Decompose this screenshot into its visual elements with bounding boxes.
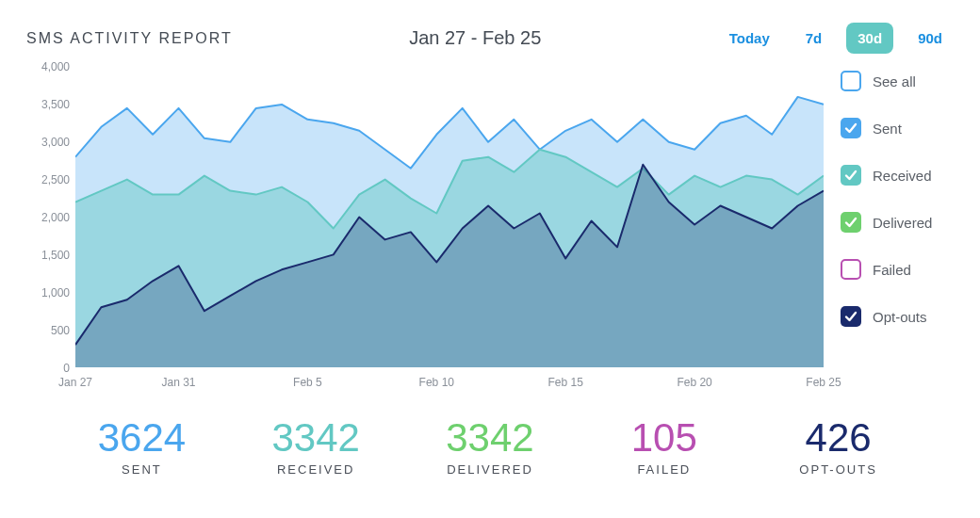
- header-bar: SMS ACTIVITY REPORT Jan 27 - Feb 25 Toda…: [26, 23, 954, 54]
- range-picker: Today7d30d90d: [718, 23, 954, 54]
- y-tick: 2,000: [41, 211, 70, 224]
- legend-item-opt-outs[interactable]: Opt-outs: [841, 306, 954, 327]
- legend-label: Opt-outs: [873, 309, 927, 325]
- stat-sent: 3624SENT: [55, 415, 229, 477]
- x-tick: Jan 31: [162, 376, 196, 389]
- legend-item-received[interactable]: Received: [841, 165, 954, 186]
- x-tick: Feb 5: [293, 376, 322, 389]
- legend-item-sent[interactable]: Sent: [841, 118, 954, 138]
- y-tick: 3,500: [41, 98, 70, 111]
- range-today[interactable]: Today: [718, 23, 781, 54]
- y-tick: 4,000: [41, 60, 70, 73]
- y-tick: 1,500: [41, 249, 70, 262]
- stats-bar: 3624SENT3342RECEIVED3342DELIVERED105FAIL…: [55, 415, 925, 477]
- stat-value: 105: [577, 415, 751, 461]
- x-tick: Feb 20: [677, 376, 711, 389]
- stat-value: 3342: [229, 415, 403, 461]
- stat-label: DELIVERED: [403, 462, 578, 477]
- y-tick: 0: [63, 362, 70, 375]
- checkbox-icon: [841, 212, 861, 233]
- legend-label: See all: [873, 73, 916, 89]
- y-tick: 1,000: [41, 286, 70, 299]
- range-30d[interactable]: 30d: [846, 23, 893, 54]
- x-axis: Jan 27Jan 31Feb 5Feb 10Feb 15Feb 20Feb 2…: [75, 376, 824, 393]
- stat-received: 3342RECEIVED: [229, 415, 403, 477]
- y-tick: 2,500: [41, 173, 70, 186]
- range-90d[interactable]: 90d: [906, 23, 954, 54]
- x-tick: Feb 15: [548, 376, 583, 389]
- stat-value: 426: [751, 415, 925, 461]
- legend-item-failed[interactable]: Failed: [841, 259, 954, 280]
- legend-item-see-all[interactable]: See all: [841, 71, 954, 91]
- legend-label: Received: [873, 168, 932, 184]
- stat-label: FAILED: [577, 462, 751, 477]
- stat-failed: 105FAILED: [577, 415, 751, 477]
- page-title: SMS ACTIVITY REPORT: [26, 30, 233, 47]
- y-tick: 500: [51, 324, 70, 337]
- x-tick: Feb 10: [419, 376, 454, 389]
- stat-opt-outs: 426OPT-OUTS: [751, 415, 925, 477]
- x-tick: Jan 27: [58, 376, 92, 389]
- checkbox-icon: [841, 306, 861, 327]
- legend: See allSentReceivedDeliveredFailedOpt-ou…: [841, 67, 954, 327]
- stat-value: 3342: [403, 415, 578, 461]
- date-range-text: Jan 27 - Feb 25: [409, 27, 541, 49]
- legend-label: Sent: [873, 121, 902, 137]
- legend-item-delivered[interactable]: Delivered: [841, 212, 954, 233]
- checkbox-icon: [841, 118, 861, 138]
- stat-delivered: 3342DELIVERED: [403, 415, 578, 477]
- legend-label: Delivered: [873, 215, 932, 231]
- checkbox-icon: [841, 259, 861, 280]
- checkbox-icon: [841, 71, 861, 91]
- range-7d[interactable]: 7d: [794, 23, 834, 54]
- stat-label: RECEIVED: [229, 462, 403, 477]
- checkbox-icon: [841, 165, 861, 186]
- x-tick: Feb 25: [806, 376, 841, 389]
- y-tick: 3,000: [41, 136, 70, 149]
- chart-plot: [75, 67, 824, 368]
- stat-label: SENT: [55, 462, 229, 477]
- stat-label: OPT-OUTS: [751, 462, 925, 477]
- legend-label: Failed: [873, 262, 911, 278]
- y-axis: 05001,0001,5002,0002,5003,0003,5004,000: [26, 67, 75, 368]
- stat-value: 3624: [55, 415, 229, 461]
